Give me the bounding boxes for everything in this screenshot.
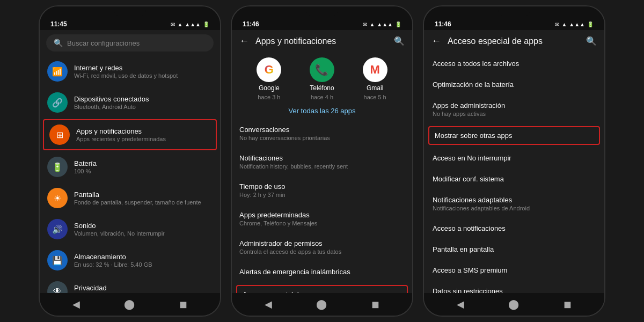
item-title-display: Pantalla [74,191,213,199]
status-bar-3: 11:46 ✉ ▲ ▲▲▲ 🔋 [424,16,604,30]
notch-1 [114,9,146,16]
nav-home-3[interactable]: ⬤ [508,298,519,310]
nav-back-3[interactable]: ◀ [457,298,464,310]
battery-icon: 🔋 [203,21,209,27]
special-item-8[interactable]: Pantalla en pantalla [424,240,604,259]
item-text-apps: Apps y notificaciones Apps recientes y p… [76,127,210,142]
screen-3: ← Acceso especial de apps 🔍 Acceso a tod… [424,30,604,293]
phone-1: 11:45 ✉ ▲ ▲▲▲ 🔋 🔍 Buscar configuraciones… [39,5,221,317]
menu-subtitle-tiempo: Hoy: 2 h y 37 min [239,192,405,198]
app-item-phone[interactable]: 📞 Teléfono hace 4 h [310,57,334,100]
back-button-2[interactable]: ← [239,35,249,47]
menu-item-conversaciones[interactable]: Conversaciones No hay conversaciones pri… [232,120,412,147]
msg-icon: ✉ [171,21,175,27]
item-subtitle-storage: En uso: 32 % · Libre: 5.40 GB [74,261,213,268]
battery-icon-2: 🔋 [395,21,401,27]
special-item-10[interactable]: Datos sin restricciones [424,282,604,293]
settings-item-bt[interactable]: 🔗 Dispositivos conectados Bluetooth, And… [40,87,220,118]
special-title-5: Modificar conf. sistema [433,175,596,183]
settings-item-apps[interactable]: ⊞ Apps y notificaciones Apps recientes y… [43,119,217,150]
status-icons-1: ✉ ▲ ▲▲▲ 🔋 [171,21,209,27]
settings-item-privacy[interactable]: 👁 Privacidad Permisos, actividad de la c… [40,276,220,293]
back-button-3[interactable]: ← [431,35,441,47]
item-subtitle-apps: Apps recientes y predeterminadas [76,136,210,142]
nav-home-1[interactable]: ⬤ [124,298,135,310]
search-bar[interactable]: 🔍 Buscar configuraciones [46,34,214,52]
app-time-gmail: hace 5 h [364,94,386,100]
phone-3: 11:46 ✉ ▲ ▲▲▲ 🔋 ← Acceso especial de app… [423,5,605,317]
nav-bar-3: ◀ ⬤ ◼ [424,293,604,316]
menu-item-predeterminadas[interactable]: Apps predeterminadas Chrome, Teléfono y … [232,206,412,232]
app-time-google: hace 3 h [258,94,280,100]
menu-subtitle-predeterminadas: Chrome, Teléfono y Mensajes [239,220,405,226]
special-item-3[interactable]: Mostrar sobre otras apps [428,126,600,145]
menu-item-tiempo[interactable]: Tiempo de uso Hoy: 2 h y 37 min [232,177,412,203]
battery-icon-3: 🔋 [587,21,594,27]
settings-item-internet[interactable]: 📶 Internet y redes Wi-Fi, red móvil, uso… [40,56,220,87]
special-subtitle-6: Notificaciones adaptables de Android [433,205,596,211]
menu-item-notificaciones[interactable]: Notificaciones Notification history, bub… [232,149,412,175]
item-text-sound: Sonido Volumen, vibración, No interrumpi… [74,222,213,237]
item-text-internet: Internet y redes Wi-Fi, red móvil, uso d… [74,64,213,79]
screen-1: 🔍 Buscar configuraciones 📶 Internet y re… [40,30,220,293]
nav-bar-1: ◀ ⬤ ◼ [40,293,220,316]
notch-area-2 [232,6,412,16]
item-subtitle-internet: Wi-Fi, red móvil, uso de datos y hotspot [74,72,213,79]
notch-3 [498,9,530,16]
app-item-gmail[interactable]: M Gmail hace 5 h [363,57,387,100]
search-placeholder: Buscar configuraciones [67,39,140,47]
menu-subtitle-notificaciones: Notification history, bubbles, recently … [239,163,405,170]
g-logo: G [265,63,274,77]
special-item-2[interactable]: Apps de administración No hay apps activ… [424,96,604,122]
wifi-icon-3: ▲ [561,21,567,27]
special-item-9[interactable]: Acceso a SMS premium [424,261,604,280]
special-item-4[interactable]: Acceso en No interrumpir [424,149,604,167]
item-text-battery: Batería 100 % [74,159,213,174]
item-subtitle-sound: Volumen, vibración, No interrumpir [74,230,213,237]
nav-back-2[interactable]: ◀ [265,298,272,310]
signal-icon: ▲▲▲ [185,21,201,27]
menu-item-alertas[interactable]: Alertas de emergencia inalámbricas [232,262,412,281]
status-time-3: 11:46 [435,20,451,28]
settings-item-battery[interactable]: 🔋 Batería 100 % [40,151,220,182]
nav-recent-3[interactable]: ◼ [564,298,572,310]
nav-recent-2[interactable]: ◼ [371,298,379,310]
search-button-3[interactable]: 🔍 [586,36,597,46]
signal-icon-3: ▲▲▲ [569,21,585,27]
special-title-0: Acceso a todos los archivos [433,60,596,68]
search-button-2[interactable]: 🔍 [394,36,405,46]
menu-item-permisos[interactable]: Administrador de permisos Controla el ac… [232,234,412,260]
special-title-3: Mostrar sobre otras apps [435,131,594,140]
settings-item-storage[interactable]: 💾 Almacenamiento En uso: 32 % · Libre: 5… [40,245,220,276]
menu-subtitle-conversaciones: No hay conversaciones prioritarias [239,135,405,141]
app-item-google[interactable]: G Google hace 3 h [257,57,281,100]
app-icon-google: G [257,57,281,82]
signal-icon-2: ▲▲▲ [377,21,393,27]
item-title-privacy: Privacidad [74,284,213,292]
menu-item-acceso-especial[interactable]: Acceso especial de apps 1 app puede usar… [236,285,408,293]
icon-storage: 💾 [47,250,68,270]
special-item-6[interactable]: Notificaciones adaptables Notificaciones… [424,191,604,217]
screen-2: ← Apps y notificaciones 🔍 G Google hace … [232,30,412,293]
item-title-bt: Dispositivos conectados [74,95,213,103]
nav-recent-1[interactable]: ◼ [179,298,187,310]
wifi-icon-2: ▲ [369,21,375,27]
special-item-7[interactable]: Acceso a notificaciones [424,219,604,238]
nav-home-2[interactable]: ⬤ [316,298,327,310]
item-subtitle-display: Fondo de pantalla, suspender, tamaño de … [74,199,213,206]
nav-back-1[interactable]: ◀ [72,298,80,310]
search-icon: 🔍 [54,39,63,47]
phone-app-icon: 📞 [315,63,328,76]
settings-item-sound[interactable]: 🔊 Sonido Volumen, vibración, No interrum… [40,214,220,245]
settings-item-display[interactable]: ☀ Pantalla Fondo de pantalla, suspender,… [40,182,220,214]
item-title-internet: Internet y redes [74,64,213,72]
icon-sound: 🔊 [47,219,68,239]
special-item-0[interactable]: Acceso a todos los archivos [424,54,604,73]
nav-bar-2: ◀ ⬤ ◼ [232,293,412,316]
icon-display: ☀ [47,188,68,208]
ver-todas-link[interactable]: Ver todas las 26 apps [232,104,412,118]
special-title-6: Notificaciones adaptables [433,196,596,204]
item-text-bt: Dispositivos conectados Bluetooth, Andro… [74,95,213,110]
special-item-5[interactable]: Modificar conf. sistema [424,170,604,188]
special-item-1[interactable]: Optimización de la batería [424,75,604,94]
